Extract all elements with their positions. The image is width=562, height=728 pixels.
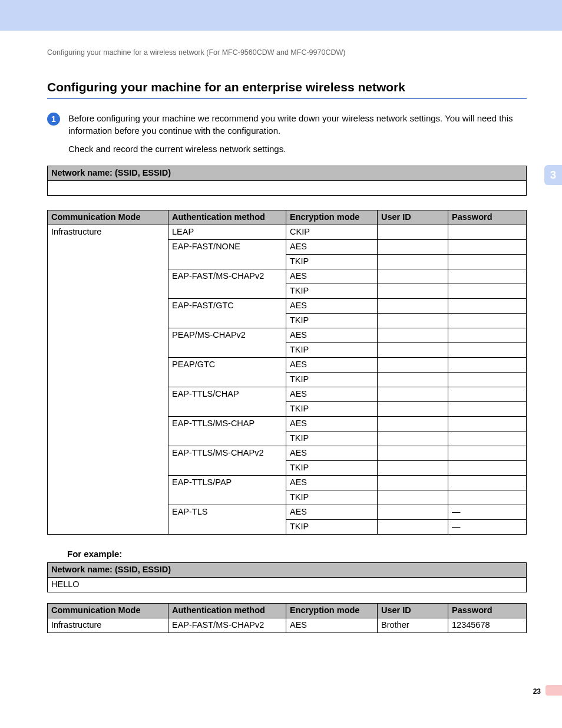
cell: AES xyxy=(286,476,378,490)
cell xyxy=(378,225,448,240)
cell: — xyxy=(448,505,527,520)
cell xyxy=(378,446,448,461)
step-1: 1 Before configuring your machine we rec… xyxy=(47,112,527,161)
cell: — xyxy=(448,520,527,535)
ssid-table: Network name: (SSID, ESSID) xyxy=(47,166,527,196)
step-number-icon: 1 xyxy=(47,113,60,126)
cell: AES xyxy=(286,358,378,373)
main-table: Communication Mode Authentication method… xyxy=(47,210,527,535)
cell xyxy=(378,314,448,328)
ex-col-communication-mode: Communication Mode xyxy=(48,604,168,618)
cell: TKIP xyxy=(286,255,378,269)
table-row: InfrastructureLEAPCKIP xyxy=(48,225,527,240)
cell: TKIP xyxy=(286,373,378,387)
cell: PEAP/MS-CHAPv2 xyxy=(168,328,286,358)
cell: TKIP xyxy=(286,461,378,476)
cell xyxy=(448,446,527,461)
page-heading: Configuring your machine for an enterpri… xyxy=(47,80,527,94)
example-table: Communication Mode Authentication method… xyxy=(47,603,527,633)
cell: PEAP/GTC xyxy=(168,358,286,387)
breadcrumb: Configuring your machine for a wireless … xyxy=(47,48,527,57)
cell xyxy=(378,490,448,505)
cell xyxy=(448,299,527,314)
for-example-label: For example: xyxy=(67,549,527,559)
cell xyxy=(448,314,527,328)
cell: AES xyxy=(286,446,378,461)
cell xyxy=(378,476,448,490)
col-password: Password xyxy=(448,210,527,225)
cell xyxy=(448,402,527,417)
cell: AES xyxy=(286,328,378,343)
cell xyxy=(448,255,527,269)
cell xyxy=(448,431,527,446)
cell: EAP-FAST/MS-CHAPv2 xyxy=(168,618,286,633)
cell xyxy=(448,284,527,299)
cell: TKIP xyxy=(286,520,378,535)
cell: EAP-FAST/MS-CHAPv2 xyxy=(168,269,286,299)
cell xyxy=(378,358,448,373)
cell: LEAP xyxy=(168,225,286,240)
cell xyxy=(378,299,448,314)
cell xyxy=(448,490,527,505)
step-body: Before configuring your machine we recom… xyxy=(68,112,527,161)
col-communication-mode: Communication Mode xyxy=(48,210,168,225)
cell: AES xyxy=(286,240,378,255)
cell xyxy=(448,476,527,490)
cell: Infrastructure xyxy=(48,225,168,535)
cell: TKIP xyxy=(286,343,378,358)
cell xyxy=(378,520,448,535)
ex-col-user-id: User ID xyxy=(378,604,448,618)
cell xyxy=(448,328,527,343)
cell xyxy=(378,461,448,476)
cell: EAP-TTLS/MS-CHAPv2 xyxy=(168,446,286,476)
page-number: 23 xyxy=(533,687,541,696)
cell: AES xyxy=(286,618,378,633)
cell: 12345678 xyxy=(448,618,527,633)
cell xyxy=(378,240,448,255)
col-authentication-method: Authentication method xyxy=(168,210,286,225)
cell: AES xyxy=(286,505,378,520)
cell: CKIP xyxy=(286,225,378,240)
cell: EAP-FAST/GTC xyxy=(168,299,286,328)
cell xyxy=(378,373,448,387)
cell: AES xyxy=(286,269,378,284)
cell xyxy=(378,402,448,417)
ssid-value xyxy=(48,181,527,196)
cell: EAP-TTLS/PAP xyxy=(168,476,286,505)
cell: Infrastructure xyxy=(48,618,168,633)
cell: EAP-TLS xyxy=(168,505,286,535)
cell xyxy=(448,225,527,240)
col-user-id: User ID xyxy=(378,210,448,225)
ex-col-authentication-method: Authentication method xyxy=(168,604,286,618)
ssid-header: Network name: (SSID, ESSID) xyxy=(48,166,527,181)
cell xyxy=(378,387,448,402)
step-text-2: Check and record the current wireless ne… xyxy=(68,143,527,155)
ex-ssid-value: HELLO xyxy=(48,578,527,592)
ex-col-encryption-mode: Encryption mode xyxy=(286,604,378,618)
cell xyxy=(378,343,448,358)
heading-rule xyxy=(47,98,527,99)
cell: TKIP xyxy=(286,490,378,505)
cell xyxy=(448,387,527,402)
col-encryption-mode: Encryption mode xyxy=(286,210,378,225)
cell xyxy=(448,240,527,255)
page-content: Configuring your machine for a wireless … xyxy=(0,31,562,633)
cell xyxy=(448,461,527,476)
cell xyxy=(378,284,448,299)
ex-col-password: Password xyxy=(448,604,527,618)
chapter-tab: 3 xyxy=(544,165,562,185)
cell xyxy=(448,269,527,284)
top-band xyxy=(0,0,562,31)
step-text-1: Before configuring your machine we recom… xyxy=(68,112,527,137)
cell: AES xyxy=(286,417,378,431)
page-number-tab xyxy=(546,685,562,696)
cell: EAP-FAST/NONE xyxy=(168,240,286,269)
cell xyxy=(448,358,527,373)
cell xyxy=(378,505,448,520)
cell xyxy=(448,343,527,358)
cell: TKIP xyxy=(286,284,378,299)
cell: AES xyxy=(286,387,378,402)
cell xyxy=(378,431,448,446)
cell: Brother xyxy=(378,618,448,633)
table-row: Infrastructure EAP-FAST/MS-CHAPv2 AES Br… xyxy=(48,618,527,633)
